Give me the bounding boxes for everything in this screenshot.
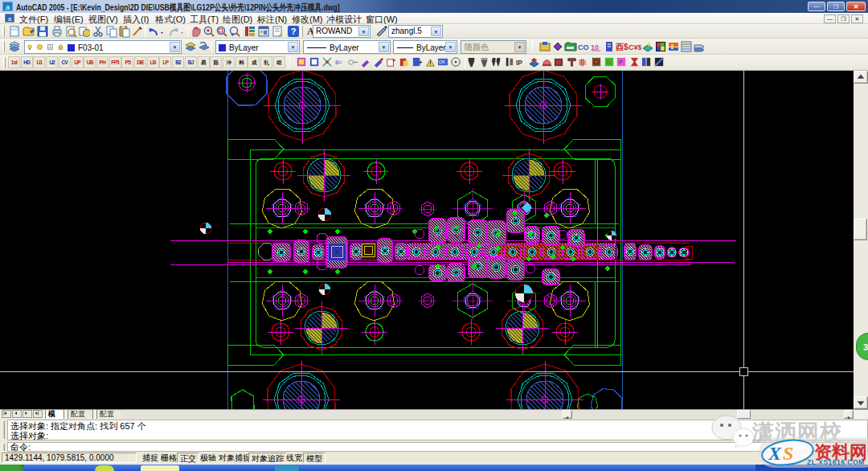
- svg-text:非: 非: [578, 59, 587, 67]
- svg-text:8=: 8=: [335, 59, 342, 66]
- svg-text:G: G: [606, 59, 611, 66]
- svg-text:P: P: [619, 59, 623, 66]
- svg-text:CO: CO: [578, 43, 589, 51]
- svg-text:酉$: 酉$: [616, 43, 628, 51]
- svg-text:C¥$: C¥$: [628, 43, 641, 51]
- svg-text:?: ?: [291, 27, 297, 36]
- svg-text:IP: IP: [516, 59, 522, 67]
- svg-text:OK: OK: [439, 59, 445, 64]
- svg-text:X: X: [768, 443, 782, 464]
- svg-text:S: S: [783, 443, 793, 464]
